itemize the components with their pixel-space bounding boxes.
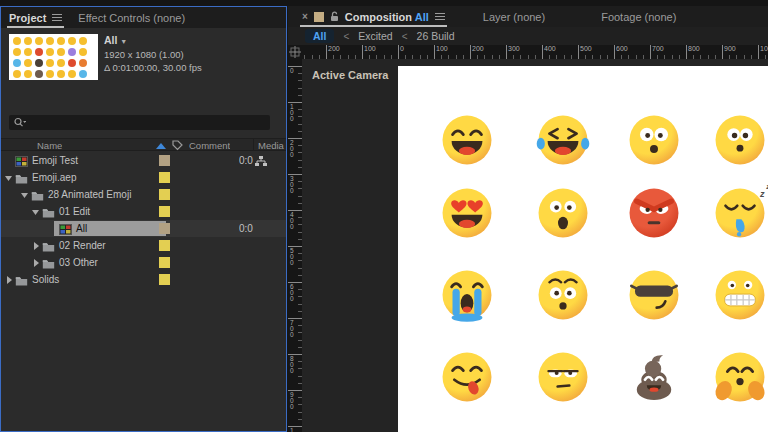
panel-menu-icon[interactable] — [52, 14, 62, 21]
search-input[interactable] — [9, 115, 270, 130]
label-column-icon[interactable] — [172, 140, 183, 151]
composition-viewport[interactable]: Active Camera zz — [302, 59, 768, 432]
tab-composition[interactable]: × Composition All — [294, 6, 453, 27]
project-row-01-edit[interactable]: 01 Edit — [1, 203, 286, 220]
emoji-hugging-face — [711, 348, 768, 406]
lock-icon[interactable] — [330, 11, 339, 22]
thumbnail-emoji-dot — [13, 48, 21, 56]
breadcrumb-item-excited[interactable]: Excited — [358, 30, 392, 42]
search-icon — [13, 117, 26, 128]
row-label: 01 Edit — [59, 203, 90, 220]
project-panel-body: All ▼ 1920 x 1080 (1.00) Δ 0:01:00:00, 3… — [1, 28, 286, 431]
vertical-ruler[interactable]: 01002003004005006007008009001000 — [288, 59, 302, 432]
tab-footage[interactable]: Footage (none) — [593, 6, 684, 27]
chevron-down-icon[interactable] — [20, 190, 29, 200]
tab-effect-controls[interactable]: Effect Controls (none) — [70, 7, 193, 28]
thumbnail-emoji-dot — [57, 48, 65, 56]
thumbnail-emoji-dot — [68, 48, 76, 56]
close-icon[interactable]: × — [302, 11, 308, 22]
thumbnail-emoji-dot — [35, 70, 43, 78]
thumbnail-emoji-dot — [24, 59, 32, 67]
label-chip[interactable] — [159, 206, 170, 217]
label-chip[interactable] — [159, 274, 170, 285]
breadcrumb-item-26-build[interactable]: 26 Build — [417, 30, 455, 42]
label-chip[interactable] — [159, 240, 170, 251]
media-duration-value: 0:0 — [239, 220, 254, 237]
project-item-list: Emoji Test0:0Emoji.aep28 Animated Emoji0… — [1, 152, 286, 288]
label-chip[interactable] — [159, 257, 170, 268]
row-label: Solids — [32, 271, 59, 288]
tab-project[interactable]: Project — [1, 7, 70, 28]
label-chip[interactable] — [159, 189, 170, 200]
horizontal-ruler[interactable]: 20010001002003004005006007008009001000 — [302, 45, 768, 59]
emoji-grimacing-face — [711, 266, 768, 324]
chevron-down-icon[interactable] — [4, 173, 13, 183]
label-chip[interactable] — [159, 155, 170, 166]
dropdown-arrow-icon[interactable]: ▼ — [120, 38, 127, 45]
row-label: 28 Animated Emoji — [48, 186, 131, 203]
emoji-raised-brows-face — [534, 266, 592, 324]
thumbnail-emoji-dot — [46, 70, 54, 78]
thumbnail-emoji-dot — [68, 59, 76, 67]
thumbnail-emoji-dot — [13, 37, 21, 45]
sort-arrow-icon[interactable] — [156, 143, 166, 149]
project-row-emoji-test[interactable]: Emoji Test0:0 — [1, 152, 286, 169]
chevron-right-icon[interactable] — [31, 241, 40, 251]
project-panel-tabbar: Project Effect Controls (none) — [1, 7, 286, 28]
preview-duration: Δ 0:01:00:00, 30.00 fps — [104, 61, 202, 74]
ruler-origin-corner[interactable] — [288, 45, 302, 59]
row-label: Emoji.aep — [32, 169, 76, 186]
tab-effect-controls-label: Effect Controls (none) — [78, 12, 185, 24]
thumbnail-emoji-dot — [79, 37, 87, 45]
thumbnail-emoji-dot — [35, 59, 43, 67]
emoji-grinning-face — [438, 111, 496, 169]
thumbnail-emoji-dot — [46, 48, 54, 56]
thumbnail-emoji-dot — [24, 48, 32, 56]
thumbnail-emoji-dot — [13, 70, 21, 78]
thumbnail-emoji-dot — [79, 70, 87, 78]
emoji-loudly-crying-face — [438, 266, 496, 324]
project-row-all[interactable]: All0:0 — [1, 220, 286, 237]
label-chip[interactable] — [159, 223, 170, 234]
breadcrumb-item-all[interactable]: All — [305, 29, 334, 43]
thumbnail-emoji-dot — [24, 70, 32, 78]
tab-layer[interactable]: Layer (none) — [475, 6, 553, 27]
active-camera-hud[interactable]: Active Camera — [312, 69, 388, 81]
thumbnail-emoji-dot — [35, 37, 43, 45]
thumbnail-emoji-dot — [68, 70, 76, 78]
label-chip[interactable] — [159, 172, 170, 183]
column-media-duration[interactable]: Media Duration — [258, 140, 287, 151]
project-row-02-render[interactable]: 02 Render — [1, 237, 286, 254]
emoji-heart-eyes-face — [438, 184, 496, 242]
chevron-right-icon[interactable] — [31, 258, 40, 268]
chevron-left-icon: < — [343, 31, 349, 42]
row-label: Emoji Test — [32, 152, 78, 169]
emoji-astonished-face — [711, 111, 768, 169]
project-row-03-other[interactable]: 03 Other — [1, 254, 286, 271]
column-comment[interactable]: Comment — [189, 140, 230, 151]
emoji-tongue-out-face — [438, 348, 496, 406]
project-row-solids[interactable]: Solids — [1, 271, 286, 288]
emoji-sunglasses-face — [625, 266, 683, 324]
column-name[interactable]: Name — [37, 140, 62, 151]
project-row-emoji-aep[interactable]: Emoji.aep — [1, 169, 286, 186]
thumbnail-emoji-dot — [57, 37, 65, 45]
emoji-tears-of-joy-face — [534, 111, 592, 169]
thumbnail-emoji-dot — [13, 59, 21, 67]
crosshair-icon — [288, 45, 302, 59]
thumbnail-emoji-dot — [57, 70, 65, 78]
media-duration-value: 0:0 — [239, 152, 254, 169]
chevron-right-icon[interactable] — [4, 275, 13, 285]
thumbnail-emoji-dot — [24, 37, 32, 45]
emoji-angry-face — [625, 184, 683, 242]
tab-project-label: Project — [9, 12, 46, 24]
folder-icon — [15, 274, 28, 291]
emoji-unamused-face — [534, 348, 592, 406]
viewer-label-swatch[interactable] — [314, 12, 324, 22]
row-label: All — [76, 220, 87, 237]
viewer-menu-icon[interactable] — [435, 13, 445, 20]
chevron-down-icon[interactable] — [31, 207, 40, 217]
project-row-28-animated-emoji[interactable]: 28 Animated Emoji — [1, 186, 286, 203]
thumbnail-emoji-dot — [35, 48, 43, 56]
thumbnail-emoji-dot — [79, 48, 87, 56]
